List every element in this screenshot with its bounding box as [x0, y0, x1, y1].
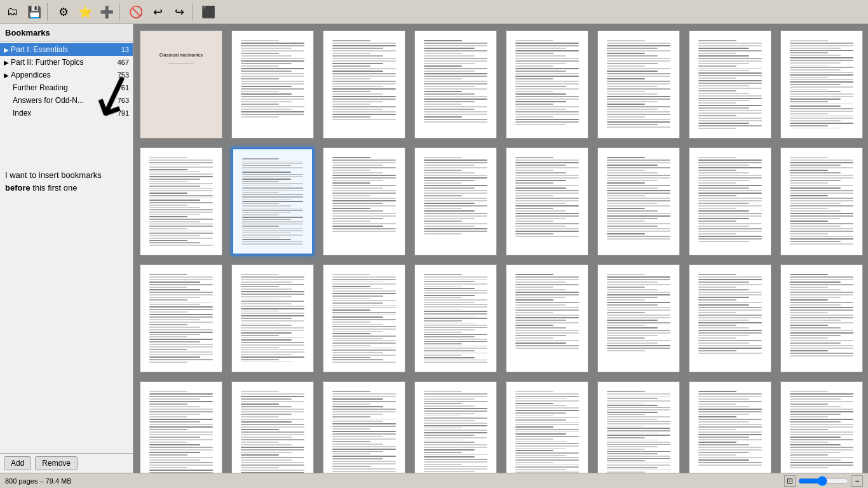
page-content-area[interactable]: Classical mechanics———————— [133, 24, 868, 473]
bookmark-tree[interactable]: ▶Part I: Essentials13▶Part II: Further T… [0, 42, 133, 453]
page-thumb[interactable] [506, 147, 588, 255]
save-button[interactable]: 💾 [24, 2, 44, 22]
page-thumb[interactable] [689, 264, 771, 372]
page-thumb[interactable] [780, 381, 863, 473]
stop-button[interactable]: ⬛ [198, 2, 219, 22]
undo-button[interactable]: ↩ [147, 2, 168, 22]
page-thumb[interactable] [231, 147, 314, 255]
page-thumb[interactable] [323, 264, 405, 372]
bookmark-button[interactable]: ⭐ [75, 2, 95, 22]
sidebar: Bookmarks ▶Part I: Essentials13▶Part II:… [0, 24, 133, 473]
page-thumb[interactable] [231, 381, 314, 473]
page-thumb[interactable] [140, 147, 222, 255]
page-thumb[interactable] [780, 264, 863, 372]
page-thumb[interactable] [780, 30, 863, 139]
bookmark-label-part2: Part II: Further Topics [11, 58, 115, 67]
bookmark-item-answers[interactable]: Answers for Odd-N...763 [0, 94, 133, 107]
page-thumb[interactable] [689, 147, 771, 255]
remove-bookmark-button[interactable]: Remove [35, 456, 78, 470]
bookmark-label-index: Index [13, 109, 115, 118]
page-thumb[interactable] [140, 264, 222, 372]
page-thumb[interactable] [231, 30, 314, 139]
bookmark-label-further-reading: Further Reading [13, 83, 115, 92]
bookmark-page-index: 791 [118, 109, 129, 117]
page-info: 800 pages – 79.4 MB [5, 477, 72, 485]
page-thumb[interactable] [689, 30, 771, 139]
page-thumb[interactable] [414, 30, 497, 139]
bookmark-item-appendices[interactable]: ▶Appendices753 [0, 69, 133, 81]
redo-button[interactable]: ↪ [169, 2, 189, 22]
sidebar-header: Bookmarks [0, 24, 133, 42]
page-thumb[interactable] [323, 30, 405, 139]
toolbar: 🗂 💾 ⚙ ⭐ ➕ 🚫 ↩ ↪ ⬛ [0, 0, 868, 24]
page-thumb[interactable] [689, 381, 771, 473]
bookmark-item-part1[interactable]: ▶Part I: Essentials13 [0, 43, 133, 56]
page-thumb[interactable] [323, 381, 405, 473]
bookmark-page-appendices: 753 [118, 71, 129, 79]
page-thumb[interactable] [506, 381, 588, 473]
page-thumb[interactable] [231, 264, 314, 372]
bookmark-label-answers: Answers for Odd-N... [13, 96, 115, 105]
bookmark-label-appendices: Appendices [11, 71, 115, 79]
preferences-button[interactable]: ⚙ [53, 2, 74, 22]
page-thumb[interactable] [506, 264, 588, 372]
bookmark-item-index[interactable]: Index791 [0, 107, 133, 119]
bookmark-page-part1: 13 [121, 46, 129, 53]
toolbar-separator-1 [47, 3, 51, 21]
sidebar-footer: Add Remove [0, 453, 133, 473]
statusbar: 800 pages – 79.4 MB ⊡ − [0, 473, 868, 488]
page-thumb[interactable] [414, 147, 497, 255]
page-thumb[interactable] [414, 381, 497, 473]
page-thumb[interactable] [597, 147, 680, 255]
bookmark-item-part2[interactable]: ▶Part II: Further Topics467 [0, 56, 133, 69]
zoom-out-button[interactable]: − [851, 475, 863, 487]
bookmark-item-further-reading[interactable]: Further Reading761 [0, 81, 133, 94]
bookmark-page-answers: 763 [118, 97, 129, 104]
bookmark-page-part2: 467 [118, 58, 129, 66]
zoom-fit-button[interactable]: ⊡ [784, 475, 796, 487]
bookmark-page-further-reading: 761 [118, 84, 129, 92]
delete-button[interactable]: 🚫 [126, 2, 146, 22]
page-thumb[interactable] [597, 381, 680, 473]
page-thumb[interactable]: Classical mechanics———————— [140, 30, 222, 139]
page-thumb[interactable] [780, 147, 863, 255]
page-thumb[interactable] [506, 30, 588, 139]
add-page-button[interactable]: ➕ [97, 2, 117, 22]
toolbar-separator-3 [192, 3, 196, 21]
page-thumb[interactable] [323, 147, 405, 255]
add-bookmark-button[interactable]: Add [4, 456, 31, 470]
load-button[interactable]: 🗂 [3, 2, 23, 22]
page-thumb[interactable] [140, 381, 222, 473]
main-area: Bookmarks ▶Part I: Essentials13▶Part II:… [0, 24, 868, 473]
page-thumb[interactable] [414, 264, 497, 372]
toolbar-separator-2 [119, 3, 123, 21]
page-thumb[interactable] [597, 30, 680, 139]
zoom-slider[interactable] [798, 476, 849, 486]
page-thumb[interactable] [597, 264, 680, 372]
bookmark-label-part1: Part I: Essentials [11, 45, 119, 54]
zoom-controls: ⊡ − [784, 475, 863, 487]
page-grid: Classical mechanics———————— [140, 30, 862, 473]
